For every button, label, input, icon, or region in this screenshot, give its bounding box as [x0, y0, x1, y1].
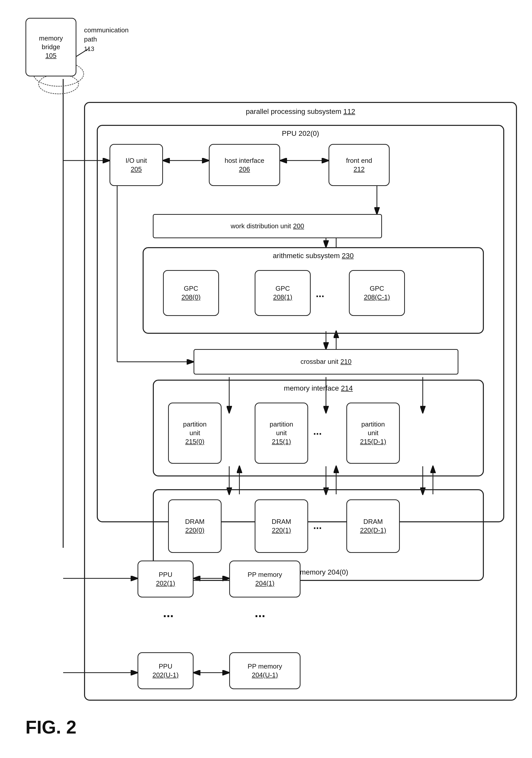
io-unit-box: I/O unit 205 — [110, 144, 163, 186]
partition-0-box: partition unit 215(0) — [168, 402, 221, 464]
pp-memory-dots: ... — [255, 606, 265, 619]
dram-d1-box: DRAM 220(D-1) — [346, 500, 400, 553]
ppu-dots: ... — [163, 606, 174, 619]
gpc-dots: ... — [316, 288, 324, 299]
gpc-c1-box: GPC 208(C-1) — [349, 270, 405, 316]
diagram: memory bridge 105 communication path 113… — [0, 0, 532, 758]
fig-label: FIG. 2 — [25, 717, 76, 738]
partition-1-box: partition unit 215(1) — [255, 402, 308, 464]
memory-bridge-box: memory bridge 105 — [25, 18, 76, 77]
work-dist-box: work distribution unit 200 — [153, 214, 382, 238]
dram-1-box: DRAM 220(1) — [255, 500, 308, 553]
gpc-1-box: GPC 208(1) — [255, 270, 311, 316]
partition-dots: ... — [313, 426, 322, 437]
comm-path-oval2 — [38, 74, 79, 94]
pp-memory-1-box: PP memory 204(1) — [229, 561, 301, 598]
pp-memory-u1-box: PP memory 204(U-1) — [229, 652, 301, 689]
dram-dots: ... — [313, 520, 322, 531]
gpc-0-box: GPC 208(0) — [163, 270, 219, 316]
ppu-1-box: PPU 202(1) — [138, 561, 193, 598]
partition-d1-box: partition unit 215(D-1) — [346, 402, 400, 464]
crossbar-box: crossbar unit 210 — [193, 349, 458, 374]
dram-0-box: DRAM 220(0) — [168, 500, 221, 553]
comm-path-label: communication path 113 — [84, 25, 129, 53]
host-interface-box: host interface 206 — [209, 144, 280, 186]
ppu-u1-box: PPU 202(U-1) — [138, 652, 193, 689]
front-end-box: front end 212 — [328, 144, 390, 186]
